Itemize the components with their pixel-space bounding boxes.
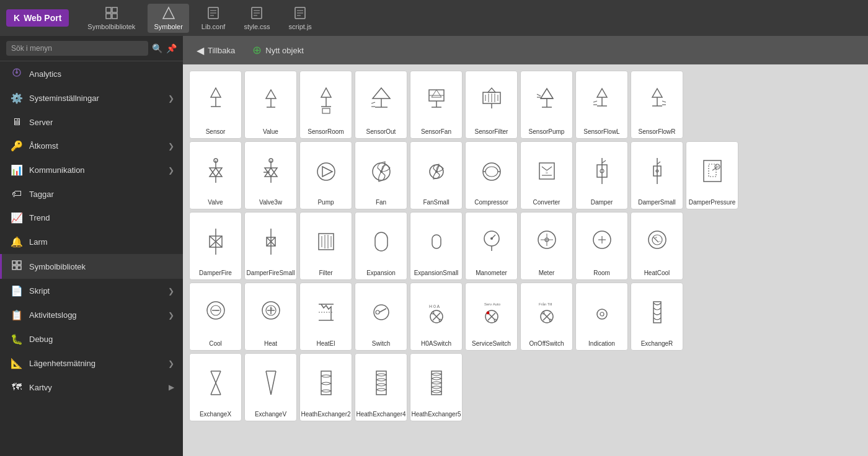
damperfire-svg xyxy=(192,216,239,267)
symbol-sensor[interactable]: Sensor xyxy=(189,71,242,139)
sidebar-item-debug[interactable]: 🐛 Debug xyxy=(0,327,183,351)
valve-svg xyxy=(192,146,239,196)
filter-label: Filter xyxy=(319,270,332,277)
symbol-dampersmall[interactable]: DamperSmall xyxy=(631,141,683,209)
sidebar-item-analytics[interactable]: Analytics xyxy=(0,61,183,86)
pin-icon[interactable]: 📌 xyxy=(166,43,177,53)
exchangev-svg xyxy=(247,357,294,408)
new-object-button[interactable]: ⊕ Nytt objekt xyxy=(247,41,308,59)
symbol-value[interactable]: Value xyxy=(244,71,297,139)
symbol-valve3w[interactable]: Valve3w xyxy=(244,141,297,209)
sensorFlowr-label: SensorFlowR xyxy=(638,128,675,136)
debug-icon: 🐛 xyxy=(11,333,23,345)
svg-rect-23 xyxy=(17,266,21,270)
fan-svg xyxy=(358,146,404,196)
symbol-heathexchanger4[interactable]: HeathExchanger4 xyxy=(355,353,407,421)
symbol-h0aswitch[interactable]: H 0 A H0ASwitch xyxy=(410,283,463,351)
symbol-switch[interactable]: Switch xyxy=(355,283,407,351)
symbol-fansmall[interactable]: FanSmall xyxy=(410,141,463,209)
sidebar-item-aktivitetslogg[interactable]: 📋 Aktivitetslogg ❯ xyxy=(0,303,183,327)
svg-line-54 xyxy=(537,94,541,96)
symbol-sensorfan[interactable]: SensorFan xyxy=(410,71,463,139)
script-icon: 📄 xyxy=(11,285,23,297)
symbol-pump[interactable]: Pump xyxy=(299,141,352,209)
expansion-svg xyxy=(358,216,404,267)
cool-label: Cool xyxy=(209,340,222,348)
symbol-room[interactable]: Room xyxy=(575,212,628,280)
sidebar-item-taggar[interactable]: 🏷 Taggar xyxy=(0,182,183,206)
svg-rect-1 xyxy=(112,7,117,12)
symbol-valve[interactable]: Valve xyxy=(189,141,242,209)
toolbar-symbolbibliotek[interactable]: Symbolbibliotek xyxy=(81,4,141,33)
symbol-heathexchanger5[interactable]: HeathExchanger5 xyxy=(410,353,463,421)
symbol-damperfiresmall[interactable]: DamperFireSmall xyxy=(244,212,297,280)
svg-text:Från    Till: Från Till xyxy=(539,302,552,306)
sidebar-item-kartvy[interactable]: 🗺 Kartvy ▶ xyxy=(0,375,183,399)
symbol-exchanger[interactable]: ExchangeR xyxy=(631,283,683,351)
symbol-fan[interactable]: Fan xyxy=(355,141,407,209)
symbol-indication[interactable]: Indication xyxy=(575,283,628,351)
exchanger-label: ExchangeR xyxy=(641,340,673,348)
toolbar-symboler[interactable]: Symboler xyxy=(148,4,188,33)
back-button[interactable]: ◀ Tillbaka xyxy=(192,42,240,59)
sidebar-item-trend[interactable]: 📈 Trend xyxy=(0,206,183,230)
heatel-svg xyxy=(303,287,349,338)
app-logo[interactable]: K Web Port xyxy=(6,9,69,27)
symbol-serviceswitch[interactable]: Serv Auto ServiceSwitch xyxy=(465,283,518,351)
damperpressure-svg: M xyxy=(689,146,735,196)
symbol-meter[interactable]: Meter xyxy=(520,212,573,280)
svg-line-152 xyxy=(379,309,386,312)
toolbar-libconf[interactable]: Lib.conf xyxy=(195,4,232,33)
svg-rect-121 xyxy=(432,235,441,248)
symbol-expansionsmall[interactable]: ExpansionSmall xyxy=(410,212,463,280)
sidebar-item-skript[interactable]: 📄 Skript ❯ xyxy=(0,279,183,303)
expansionsmall-svg xyxy=(413,216,459,267)
svg-marker-30 xyxy=(321,88,331,97)
svg-marker-58 xyxy=(597,89,607,97)
symbol-sensorfilter[interactable]: SensorFilter xyxy=(465,71,518,139)
sidebar-item-systeminst[interactable]: ⚙️ Systeminställningar ❯ xyxy=(0,86,183,110)
search-input[interactable] xyxy=(6,41,148,56)
symbol-filter[interactable]: Filter xyxy=(299,212,352,280)
symbol-heat[interactable]: + Heat xyxy=(244,283,297,351)
symbol-sensorpump[interactable]: SensorPump xyxy=(520,71,573,139)
symbol-onoffswitch[interactable]: Från Till OnOffSwitch xyxy=(520,283,573,351)
symbol-damperfire[interactable]: DamperFire xyxy=(189,212,242,280)
symbol-row-2: Valve Valve3w xyxy=(189,141,862,209)
symbol-sensorFlowr[interactable]: SensorFlowR xyxy=(631,71,683,139)
sidebar-item-symbolbibliotek[interactable]: Symbolbibliotek xyxy=(0,254,183,279)
symbol-sensorout[interactable]: SensorOut xyxy=(355,71,407,139)
symbol-exchangev[interactable]: ExchangeV xyxy=(244,353,297,421)
switch-label: Switch xyxy=(372,340,390,348)
sidebar-item-atkomst[interactable]: 🔑 Åtkomst ❯ xyxy=(0,134,183,158)
svg-point-84 xyxy=(435,170,438,173)
symbol-damperpressure[interactable]: M DamperPressure xyxy=(686,141,738,209)
sidebar-item-lagenhet[interactable]: 📐 Lägenhetsmätning ❯ xyxy=(0,351,183,375)
heathexchanger4-label: HeathExchanger4 xyxy=(356,411,405,418)
symbol-manometer[interactable]: Manometer xyxy=(465,212,518,280)
symbol-sensorflowl[interactable]: SensorFlowL xyxy=(575,71,628,139)
sensorpump-label: SensorPump xyxy=(529,128,565,136)
symbol-expansion[interactable]: Expansion xyxy=(355,212,407,280)
search-icon[interactable]: 🔍 xyxy=(152,43,162,53)
symbol-cool[interactable]: − Cool xyxy=(189,283,242,351)
sidebar-item-larm-label: Larm xyxy=(29,237,174,247)
symbol-compressor[interactable]: Compressor xyxy=(465,141,518,209)
svg-marker-41 xyxy=(432,90,441,97)
symbol-exchangex[interactable]: ExchangeX xyxy=(189,353,242,421)
heat-svg: + xyxy=(247,287,294,338)
sidebar-item-server[interactable]: 🖥 Server xyxy=(0,110,183,134)
back-icon: ◀ xyxy=(197,45,204,56)
sidebar-item-larm[interactable]: 🔔 Larm xyxy=(0,230,183,254)
symbol-heatel[interactable]: HeatEl xyxy=(299,283,352,351)
sidebar-item-kommunikation[interactable]: 📊 Kommunikation ❯ xyxy=(0,158,183,182)
toolbar-stylecss[interactable]: style.css xyxy=(237,4,276,33)
symbol-sensorroom[interactable]: SensorRoom xyxy=(299,71,352,139)
symbol-converter[interactable]: ≈ Converter xyxy=(520,141,573,209)
symbol-damper[interactable]: Damper xyxy=(575,141,628,209)
symbol-heathexchanger2[interactable]: HeathExchanger2 xyxy=(299,353,352,421)
symbol-heatcool[interactable]: + − HeatCool xyxy=(631,212,683,280)
compressor-label: Compressor xyxy=(474,199,508,206)
toolbar-scriptjs[interactable]: script.js xyxy=(283,4,318,33)
sidebar-item-taggar-label: Taggar xyxy=(29,190,174,199)
